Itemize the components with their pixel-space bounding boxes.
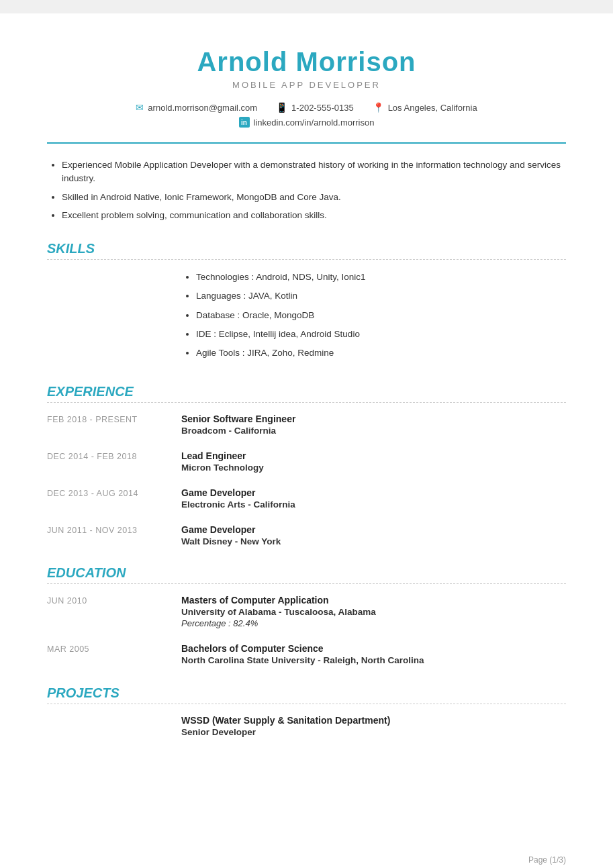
edu-percentage-1: Percentage : 82.4% <box>181 618 566 628</box>
header-divider <box>47 142 566 144</box>
phone-icon: 📱 <box>276 102 287 113</box>
project-name-1: WSSD (Water Supply & Sanitation Departme… <box>181 715 566 726</box>
edu-degree-2: Bachelors of Computer Science <box>181 643 566 654</box>
education-divider <box>47 583 566 584</box>
skills-section: SKILLS Technologies : Android, NDS, Unit… <box>47 241 566 365</box>
project-role-1: Senior Developer <box>181 727 566 737</box>
exp-details-3: Game Developer Electronic Arts - Califor… <box>181 487 566 510</box>
exp-row-3: DEC 2013 - AUG 2014 Game Developer Elect… <box>47 487 566 510</box>
location-icon: 📍 <box>373 102 384 113</box>
linkedin-value: linkedin.com/in/arnold.morrison <box>254 117 375 128</box>
education-section-title: EDUCATION <box>47 565 566 581</box>
education-section: EDUCATION JUN 2010 Masters of Computer A… <box>47 565 566 667</box>
skills-content: Technologies : Android, NDS, Unity, Ioni… <box>47 271 566 365</box>
summary-item-1: Experienced Mobile Application Developer… <box>62 158 566 186</box>
summary-section: Experienced Mobile Application Developer… <box>47 158 566 222</box>
email-contact: ✉ arnold.morrison@gmail.com <box>136 102 257 113</box>
edu-row-1: JUN 2010 Masters of Computer Application… <box>47 595 566 628</box>
location-value: Los Angeles, California <box>388 103 477 113</box>
exp-date-1: FEB 2018 - PRESENT <box>47 414 181 424</box>
experience-section-title: EXPERIENCE <box>47 384 566 399</box>
projects-right: WSSD (Water Supply & Sanitation Departme… <box>181 715 566 737</box>
exp-company-4: Walt Disney - New York <box>181 536 566 546</box>
exp-row-4: JUN 2011 - NOV 2013 Game Developer Walt … <box>47 524 566 546</box>
skills-list: Technologies : Android, NDS, Unity, Ioni… <box>181 271 366 360</box>
email-value: arnold.morrison@gmail.com <box>148 103 257 113</box>
skill-item-5: Agile Tools : JIRA, Zoho, Redmine <box>196 346 366 360</box>
edu-details-1: Masters of Computer Application Universi… <box>181 595 566 628</box>
exp-title-1: Senior Software Engineer <box>181 414 566 424</box>
exp-date-2: DEC 2014 - FEB 2018 <box>47 450 181 461</box>
linkedin-row: in linkedin.com/in/arnold.morrison <box>47 117 566 128</box>
resume-header: Arnold Morrison MOBILE APP DEVELOPER ✉ a… <box>47 47 566 128</box>
exp-date-4: JUN 2011 - NOV 2013 <box>47 524 181 535</box>
linkedin-icon: in <box>239 117 250 128</box>
skills-right: Technologies : Android, NDS, Unity, Ioni… <box>181 271 366 365</box>
experience-divider <box>47 402 566 403</box>
edu-date-2: MAR 2005 <box>47 643 181 654</box>
candidate-name: Arnold Morrison <box>47 47 566 77</box>
exp-title-4: Game Developer <box>181 524 566 535</box>
exp-row-2: DEC 2014 - FEB 2018 Lead Engineer Micron… <box>47 450 566 473</box>
skill-item-3: Database : Oracle, MongoDB <box>196 309 366 322</box>
exp-company-2: Micron Technology <box>181 463 566 473</box>
projects-divider <box>47 704 566 704</box>
exp-details-4: Game Developer Walt Disney - New York <box>181 524 566 546</box>
edu-degree-1: Masters of Computer Application <box>181 595 566 606</box>
projects-section: PROJECTS WSSD (Water Supply & Sanitation… <box>47 685 566 737</box>
exp-title-2: Lead Engineer <box>181 450 566 461</box>
skills-divider <box>47 259 566 260</box>
projects-left-spacer <box>47 715 181 737</box>
contact-row: ✉ arnold.morrison@gmail.com 📱 1-202-555-… <box>47 102 566 113</box>
edu-school-2: North Carolina State University - Raleig… <box>181 655 566 665</box>
edu-details-2: Bachelors of Computer Science North Caro… <box>181 643 566 667</box>
exp-row-1: FEB 2018 - PRESENT Senior Software Engin… <box>47 414 566 436</box>
projects-content: WSSD (Water Supply & Sanitation Departme… <box>47 715 566 737</box>
skills-left-spacer <box>47 271 181 365</box>
summary-list: Experienced Mobile Application Developer… <box>47 158 566 222</box>
page-number: Page (1/3) <box>528 855 566 865</box>
exp-company-1: Broadcom - California <box>181 426 566 436</box>
exp-company-3: Electronic Arts - California <box>181 499 566 510</box>
phone-value: 1-202-555-0135 <box>291 103 354 113</box>
summary-item-2: Skilled in Android Native, Ionic Framewo… <box>62 191 566 204</box>
edu-date-1: JUN 2010 <box>47 595 181 606</box>
location-contact: 📍 Los Angeles, California <box>373 102 477 113</box>
exp-date-3: DEC 2013 - AUG 2014 <box>47 487 181 498</box>
email-icon: ✉ <box>136 102 144 113</box>
phone-contact: 📱 1-202-555-0135 <box>276 102 354 113</box>
exp-details-1: Senior Software Engineer Broadcom - Cali… <box>181 414 566 436</box>
summary-item-3: Excellent problem solving, communication… <box>62 209 566 222</box>
edu-row-2: MAR 2005 Bachelors of Computer Science N… <box>47 643 566 667</box>
resume-page: Arnold Morrison MOBILE APP DEVELOPER ✉ a… <box>0 13 613 868</box>
projects-section-title: PROJECTS <box>47 685 566 701</box>
skill-item-2: Languages : JAVA, Kotlin <box>196 289 366 303</box>
candidate-title: MOBILE APP DEVELOPER <box>47 80 566 90</box>
experience-section: EXPERIENCE FEB 2018 - PRESENT Senior Sof… <box>47 384 566 546</box>
exp-details-2: Lead Engineer Micron Technology <box>181 450 566 473</box>
skill-item-1: Technologies : Android, NDS, Unity, Ioni… <box>196 271 366 284</box>
exp-title-3: Game Developer <box>181 487 566 498</box>
skills-section-title: SKILLS <box>47 241 566 256</box>
edu-school-1: University of Alabama - Tuscaloosa, Alab… <box>181 607 566 617</box>
skill-item-4: IDE : Eclipse, Intellij idea, Android St… <box>196 328 366 341</box>
